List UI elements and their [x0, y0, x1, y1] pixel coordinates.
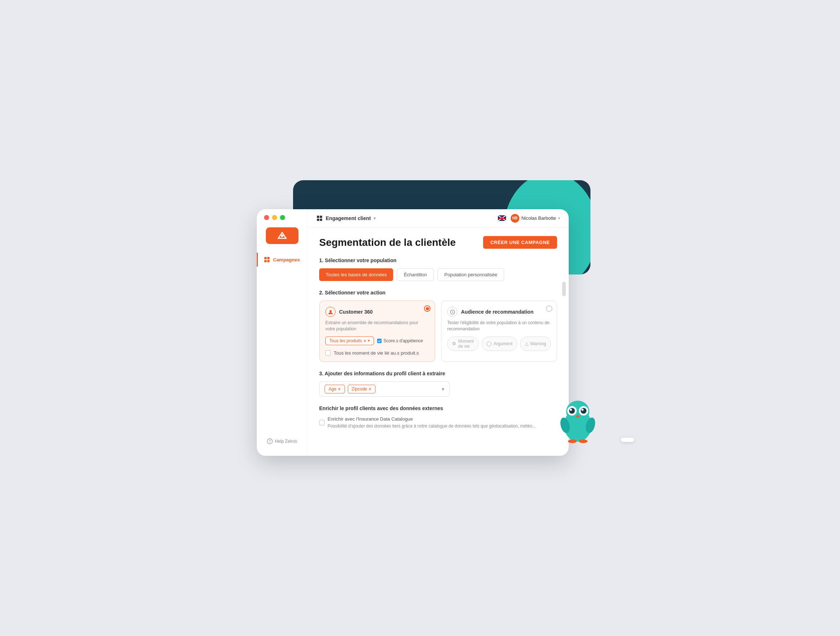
chip-moment-de-vie[interactable]: ⚙ Moment de vie — [447, 336, 479, 351]
chip-warning-label: Warning — [530, 341, 546, 346]
profile-select-chevron[interactable]: ▾ — [442, 386, 444, 392]
app-name: Engagement client — [326, 215, 371, 221]
svg-point-18 — [569, 408, 575, 414]
svg-rect-7 — [317, 215, 319, 218]
chip-moment-label: Moment de vie — [458, 339, 474, 349]
app-chevron[interactable]: ▾ — [374, 216, 376, 221]
help-zelros[interactable]: ? Help Zelros — [262, 436, 302, 447]
zelros-logo-icon — [276, 229, 289, 242]
btn-all-databases[interactable]: Toutes les bases de données — [319, 268, 393, 281]
enrich-checkbox-label: Enrichir avec l'Insurance Data Catalogue — [327, 416, 536, 422]
svg-rect-1 — [264, 257, 267, 259]
tag-zipcode[interactable]: Zipcode × — [348, 385, 376, 393]
section3-title: 3. Ajouter des informations du profil cl… — [319, 371, 557, 376]
svg-rect-3 — [264, 260, 267, 262]
chip-argument[interactable]: ◯ Argument — [482, 336, 517, 351]
enrich-title: Enrichir le profil clients avec des donn… — [319, 406, 557, 411]
main-content: Engagement client ▾ NB Nicolas Barbotte — [308, 209, 569, 456]
svg-text:?: ? — [269, 439, 271, 443]
topbar: Engagement client ▾ NB Nicolas Barbotte — [308, 209, 569, 227]
card-customer360-header: Customer 360 — [325, 307, 429, 317]
tag-age-remove[interactable]: × — [338, 387, 341, 391]
traffic-lights — [264, 215, 285, 220]
svg-rect-12 — [377, 338, 382, 342]
svg-point-24 — [579, 439, 587, 443]
card-customer360[interactable]: Customer 360 Extraire un ensemble de rec… — [319, 301, 435, 362]
customer360-icon — [325, 307, 335, 317]
score-check-icon — [377, 338, 382, 343]
card-recommendation-title: Audience de recommandation — [461, 309, 534, 315]
card-recommendation[interactable]: Audience de recommandation Tester l'élig… — [441, 301, 557, 362]
create-campaign-button[interactable]: CRÉER UNE CAMPAGNE — [483, 236, 557, 249]
tag-all-products[interactable]: Tous les produits × ▾ — [325, 336, 374, 345]
btn-sample[interactable]: Échantillon — [397, 268, 434, 281]
customer360-checkbox[interactable] — [325, 350, 331, 356]
section-action: 2. Sélectionner votre action — [319, 290, 557, 362]
svg-point-0 — [281, 234, 283, 237]
tag-products-remove[interactable]: × — [363, 338, 366, 343]
main-window: Campagnes ? Help Zelros — [257, 209, 569, 456]
owl-svg — [558, 396, 598, 443]
scroll-indicator[interactable] — [562, 282, 566, 296]
recommendation-icon — [447, 307, 457, 317]
enrich-checkbox[interactable] — [319, 420, 325, 425]
traffic-light-yellow[interactable] — [272, 215, 277, 220]
user-badge[interactable]: NB Nicolas Barbotte ▾ — [511, 214, 560, 223]
language-flag[interactable] — [497, 215, 506, 221]
page-header: Segmentation de la clientèle CRÉER UNE C… — [319, 236, 557, 249]
svg-point-20 — [570, 409, 572, 411]
section-enrich: Enrichir le profil clients avec des donn… — [319, 406, 557, 429]
tag-score-label: Score.s d'appétence — [384, 338, 423, 343]
app-grid-icon — [316, 215, 323, 221]
tag-score-wrapper: Score.s d'appétence — [377, 338, 423, 343]
section1-title: 1. Sélectionner votre population — [319, 257, 557, 263]
card-recommendation-header: Audience de recommandation — [447, 307, 551, 317]
tag-zipcode-label: Zipcode — [352, 387, 368, 391]
topbar-right: NB Nicolas Barbotte ▾ — [497, 214, 560, 223]
customer360-checkbox-label: Tous les moment de vie lié au.x produit.… — [334, 350, 419, 356]
speech-bubble — [621, 438, 634, 442]
tag-age-label: Age — [328, 387, 336, 391]
warning-icon: △ — [525, 341, 529, 346]
topbar-left: Engagement client ▾ — [316, 215, 376, 221]
recommendation-chips: ⚙ Moment de vie ◯ Argument △ Warning — [447, 336, 551, 351]
traffic-light-green[interactable] — [280, 215, 285, 220]
customer360-checkbox-row: Tous les moment de vie lié au.x produit.… — [325, 350, 429, 356]
user-avatar: NB — [511, 214, 519, 223]
enrich-desc: Possibilité d'ajouter des données tiers … — [327, 423, 536, 429]
population-buttons: Toutes les bases de données Échantillon … — [319, 268, 557, 281]
section2-title: 2. Sélectionner votre action — [319, 290, 557, 295]
owl-mascot — [558, 396, 598, 445]
radio-customer360[interactable] — [424, 305, 431, 312]
svg-rect-8 — [320, 215, 322, 218]
page-body: Segmentation de la clientèle CRÉER UNE C… — [308, 227, 569, 456]
profile-tag-select[interactable]: Age × Zipcode × ▾ — [319, 382, 450, 397]
svg-rect-2 — [267, 257, 270, 259]
card-recommendation-desc: Tester l'éligibilité de votre population… — [447, 320, 551, 332]
sidebar-logo — [266, 227, 298, 244]
action-cards: Customer 360 Extraire un ensemble de rec… — [319, 301, 557, 362]
campagnes-icon — [264, 256, 270, 263]
moment-icon: ⚙ — [452, 341, 456, 346]
radio-recommendation[interactable] — [546, 305, 553, 312]
btn-custom-population[interactable]: Population personnalisée — [437, 268, 504, 281]
chip-argument-label: Argument — [494, 341, 513, 346]
svg-point-21 — [581, 409, 584, 411]
chip-warning[interactable]: △ Warning — [520, 336, 551, 351]
user-name: Nicolas Barbotte — [521, 215, 556, 221]
card-customer360-desc: Extraire un ensemble de recommandations … — [325, 320, 429, 332]
page-title: Segmentation de la clientèle — [319, 237, 456, 248]
sidebar-item-campagnes[interactable]: Campagnes — [257, 253, 307, 267]
enrich-checkbox-row: Enrichir avec l'Insurance Data Catalogue… — [319, 416, 557, 429]
user-chevron: ▾ — [558, 216, 560, 220]
tag-zipcode-remove[interactable]: × — [368, 387, 371, 391]
traffic-light-red[interactable] — [264, 215, 269, 220]
section-profile-info: 3. Ajouter des informations du profil cl… — [319, 371, 557, 397]
tag-products-chevron[interactable]: ▾ — [368, 338, 370, 343]
svg-rect-4 — [267, 260, 270, 262]
sidebar-nav-label: Campagnes — [273, 257, 300, 262]
tag-age[interactable]: Age × — [325, 385, 345, 393]
svg-point-11 — [329, 310, 332, 312]
svg-point-23 — [568, 439, 577, 443]
customer360-tags: Tous les produits × ▾ Score.s d' — [325, 336, 429, 345]
